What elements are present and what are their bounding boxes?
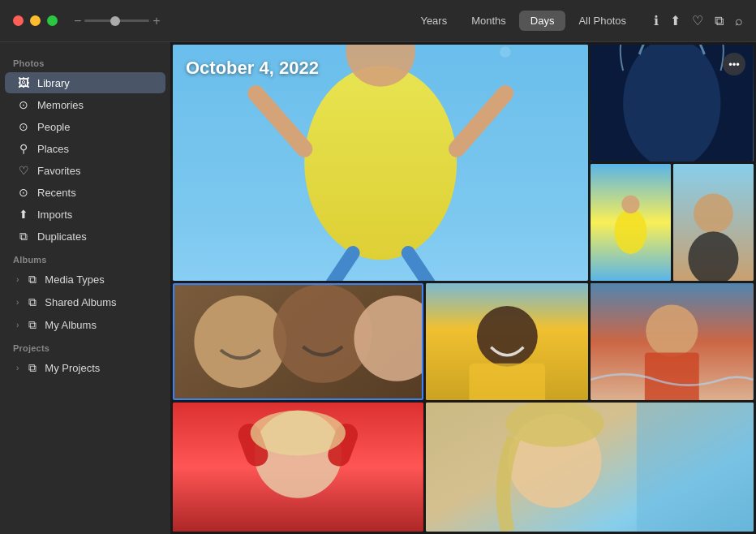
- photo-portrait[interactable]: [673, 164, 754, 281]
- zoom-minus-icon[interactable]: −: [74, 15, 81, 28]
- sidebar-item-duplicates[interactable]: ⧉ Duplicates: [5, 226, 165, 248]
- photo-beach-woman[interactable]: [591, 283, 754, 400]
- recents-icon: ⊙: [16, 186, 31, 199]
- chevron-icon-3: ›: [16, 321, 19, 329]
- chevron-icon: ›: [16, 275, 19, 284]
- my-albums-icon: ⧉: [25, 318, 40, 332]
- photo-blonde-girl[interactable]: [426, 403, 754, 532]
- sidebar-item-my-albums[interactable]: › ⧉ My Albums: [5, 314, 165, 336]
- zoom-plus-icon[interactable]: +: [152, 15, 160, 28]
- share-icon[interactable]: ⬆: [670, 13, 681, 28]
- memories-icon: ⊙: [16, 98, 31, 111]
- sidebar-item-library[interactable]: 🖼 Library: [5, 72, 165, 93]
- sidebar-item-people[interactable]: ⊙ People: [5, 116, 165, 137]
- people-icon: ⊙: [16, 120, 31, 133]
- svg-point-4: [304, 66, 457, 260]
- svg-point-17: [615, 209, 647, 254]
- slider-thumb[interactable]: [110, 16, 120, 26]
- shared-albums-label: Shared Albums: [45, 296, 157, 308]
- titlebar: − + Years Months Days All Photos ℹ ⬆ ♡ ⧉…: [0, 0, 756, 42]
- photo-girl-jumping-bg: [173, 45, 588, 281]
- places-icon: ⚲: [16, 142, 31, 155]
- photo-girl-jumping[interactable]: October 4, 2022: [173, 45, 588, 281]
- places-label: Places: [37, 143, 157, 155]
- recents-label: Recents: [37, 187, 157, 199]
- svg-point-11: [623, 45, 720, 161]
- svg-point-20: [694, 194, 733, 234]
- sidebar-item-recents[interactable]: ⊙ Recents: [5, 182, 165, 203]
- duplicates-label: Duplicates: [37, 230, 157, 243]
- info-icon[interactable]: ℹ: [654, 13, 659, 28]
- library-icon: 🖼: [16, 76, 31, 89]
- svg-point-30: [646, 305, 698, 357]
- sidebar-item-imports[interactable]: ⬆ Imports: [5, 204, 165, 225]
- photos-section-label: Photos: [0, 52, 170, 71]
- svg-point-36: [251, 411, 346, 456]
- heart-icon[interactable]: ♡: [692, 13, 703, 28]
- photo-yellow-man[interactable]: [426, 283, 589, 400]
- minimize-button[interactable]: [30, 15, 41, 26]
- right-mid-pair: [591, 164, 754, 281]
- imports-icon: ⬆: [16, 208, 31, 221]
- slider-track[interactable]: [84, 19, 149, 22]
- favorites-label: Favorites: [37, 165, 157, 177]
- imports-label: Imports: [37, 209, 157, 221]
- nav-tabs: Years Months Days All Photos: [409, 11, 638, 31]
- svg-point-27: [477, 306, 538, 367]
- crop-icon[interactable]: ⧉: [715, 14, 724, 28]
- memories-label: Memories: [37, 99, 157, 111]
- photo-water-splash[interactable]: •••: [591, 45, 754, 161]
- sidebar-item-places[interactable]: ⚲ Places: [5, 138, 165, 159]
- chevron-icon-2: ›: [16, 298, 19, 307]
- svg-point-18: [622, 196, 640, 213]
- tab-days[interactable]: Days: [519, 11, 566, 31]
- sidebar-item-memories[interactable]: ⊙ Memories: [5, 94, 165, 115]
- chevron-icon-4: ›: [16, 364, 19, 373]
- sidebar-item-my-projects[interactable]: › ⧉ My Projects: [5, 357, 165, 379]
- photo-grid: October 4, 2022: [170, 42, 756, 534]
- photo-date-label: October 4, 2022: [186, 58, 319, 79]
- photo-small-jump[interactable]: [591, 164, 671, 281]
- sidebar-item-media-types[interactable]: › ⧉ Media Types: [5, 269, 165, 291]
- svg-rect-31: [645, 353, 699, 401]
- tab-years[interactable]: Years: [409, 11, 458, 31]
- main-layout: Photos 🖼 Library ⊙ Memories ⊙ People ⚲ P…: [0, 42, 756, 534]
- photo-red-girl[interactable]: [173, 403, 423, 532]
- zoom-slider: − +: [74, 15, 161, 28]
- media-types-icon: ⧉: [25, 273, 40, 286]
- people-label: People: [37, 121, 157, 133]
- photo-friends-selfie[interactable]: [173, 283, 423, 400]
- svg-rect-40: [637, 403, 754, 532]
- projects-section-label: Projects: [0, 337, 170, 356]
- my-projects-icon: ⧉: [25, 361, 40, 375]
- traffic-lights: [13, 15, 58, 26]
- search-icon[interactable]: ⌕: [735, 14, 743, 28]
- more-options-button[interactable]: •••: [723, 53, 745, 75]
- albums-section-label: Albums: [0, 248, 170, 268]
- media-types-label: Media Types: [45, 273, 157, 286]
- my-albums-label: My Albums: [45, 319, 157, 331]
- tab-months[interactable]: Months: [460, 11, 518, 31]
- svg-point-3: [500, 46, 511, 58]
- library-label: Library: [37, 77, 157, 89]
- toolbar-icons: ℹ ⬆ ♡ ⧉ ⌕: [654, 13, 743, 28]
- sidebar-item-shared-albums[interactable]: › ⧉ Shared Albums: [5, 291, 165, 313]
- shared-albums-icon: ⧉: [25, 295, 40, 309]
- duplicates-icon: ⧉: [16, 230, 31, 243]
- favorites-icon: ♡: [16, 164, 31, 177]
- sidebar: Photos 🖼 Library ⊙ Memories ⊙ People ⚲ P…: [0, 42, 170, 534]
- my-projects-label: My Projects: [45, 362, 157, 374]
- photo-content-area: October 4, 2022: [170, 42, 756, 534]
- tab-all-photos[interactable]: All Photos: [567, 11, 638, 31]
- svg-rect-28: [469, 364, 545, 400]
- sidebar-item-favorites[interactable]: ♡ Favorites: [5, 160, 165, 181]
- close-button[interactable]: [13, 15, 24, 26]
- svg-point-23: [194, 295, 286, 388]
- maximize-button[interactable]: [47, 15, 58, 26]
